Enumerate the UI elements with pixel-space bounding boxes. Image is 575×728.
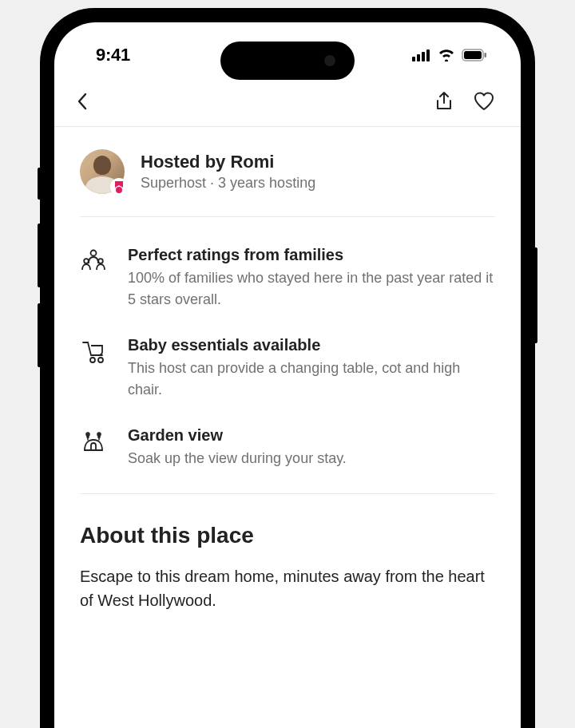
phone-button	[38, 224, 42, 287]
phone-button	[38, 168, 42, 200]
status-time: 9:41	[96, 45, 130, 65]
about-heading: About this place	[80, 523, 495, 548]
host-avatar	[80, 149, 125, 194]
share-button[interactable]	[434, 91, 454, 112]
svg-rect-0	[412, 57, 415, 61]
svg-rect-3	[426, 49, 430, 61]
feature-description: Soak up the view during your stay.	[128, 448, 347, 469]
stroller-icon	[80, 336, 109, 401]
host-title: Hosted by Romi	[141, 152, 315, 172]
about-body: Escape to this dream home, minutes away …	[80, 564, 495, 612]
svg-rect-2	[422, 52, 425, 61]
battery-icon	[462, 49, 487, 61]
heart-icon	[473, 91, 495, 112]
svg-rect-6	[485, 53, 487, 57]
svg-rect-5	[464, 51, 482, 59]
feature-description: 100% of families who stayed here in the …	[128, 267, 495, 311]
svg-point-9	[91, 251, 97, 256]
svg-point-10	[84, 259, 89, 263]
feature-item: Garden view Soak up the view during your…	[80, 426, 495, 469]
wifi-icon	[438, 49, 455, 61]
content-area: Hosted by Romi Superhost · 3 years hosti…	[54, 127, 521, 641]
phone-notch	[220, 42, 355, 80]
feature-title: Perfect ratings from families	[128, 246, 495, 264]
family-icon	[80, 246, 109, 311]
chevron-left-icon	[77, 93, 88, 110]
nav-bar	[54, 77, 521, 127]
svg-point-13	[98, 358, 103, 362]
svg-point-8	[116, 187, 122, 193]
svg-point-11	[98, 259, 103, 263]
feature-title: Baby essentials available	[128, 336, 495, 354]
feature-item: Perfect ratings from families 100% of fa…	[80, 246, 495, 311]
garden-icon	[80, 426, 109, 469]
host-meta: Superhost · 3 years hosting	[141, 175, 315, 192]
feature-title: Garden view	[128, 426, 347, 445]
features-list: Perfect ratings from families 100% of fa…	[80, 217, 495, 494]
host-section[interactable]: Hosted by Romi Superhost · 3 years hosti…	[80, 127, 495, 217]
svg-point-12	[90, 358, 95, 362]
save-button[interactable]	[473, 91, 495, 112]
superhost-badge-icon	[110, 178, 128, 196]
phone-button	[38, 303, 42, 367]
phone-button	[533, 247, 537, 343]
phone-frame: 9:41	[40, 8, 535, 728]
cellular-icon	[412, 49, 431, 61]
share-icon	[434, 91, 454, 112]
about-section: About this place Escape to this dream ho…	[80, 494, 495, 641]
host-info: Hosted by Romi Superhost · 3 years hosti…	[141, 152, 315, 192]
feature-description: This host can provide a changing table, …	[128, 358, 495, 401]
back-button[interactable]	[77, 93, 88, 110]
feature-item: Baby essentials available This host can …	[80, 336, 495, 401]
status-icons	[412, 49, 487, 61]
phone-screen: 9:41	[54, 22, 521, 728]
svg-rect-1	[417, 54, 420, 61]
